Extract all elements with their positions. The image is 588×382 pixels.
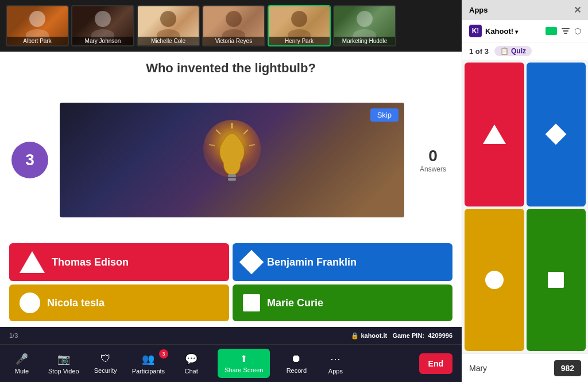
answer-square-green[interactable] — [527, 209, 586, 352]
answers-number: 0 — [416, 147, 450, 165]
toolbar-record-label: Record — [287, 367, 307, 374]
answer-square-red[interactable] — [465, 63, 524, 206]
toolbar-chat[interactable]: 💬 Chat — [179, 353, 204, 375]
video-thumb-michelle[interactable]: Michelle Cole — [137, 5, 200, 46]
video-thumb-victoria[interactable]: Victoria Reyes — [202, 5, 265, 46]
quiz-badge-emoji: 📋 — [500, 47, 509, 55]
video-thumb-mary[interactable]: Mary Johnson — [71, 5, 134, 46]
answers-grid: Thomas Edison Benjamin Franklin Nicola t… — [0, 239, 462, 327]
kahoot-app-icons: ⬡ — [546, 26, 581, 36]
video-name-mary: Mary Johnson — [72, 37, 133, 45]
video-name-michelle: Michelle Cole — [138, 37, 199, 45]
footer-pin-label: Game PIN: — [392, 332, 424, 339]
external-link-icon[interactable]: ⬡ — [574, 26, 581, 36]
answer-button-thomas[interactable]: Thomas Edison — [9, 243, 229, 281]
toolbar-mute-label: Mute — [15, 368, 29, 375]
toolbar-share-screen[interactable]: ⬆ Share Screen — [218, 349, 270, 378]
video-name-victoria: Victoria Reyes — [203, 37, 264, 45]
video-name-albert: Albert Park — [7, 37, 68, 45]
apps-panel-title: Apps — [469, 6, 488, 14]
quiz-badge: 📋 Quiz — [494, 46, 532, 56]
answer-square-yellow[interactable] — [465, 209, 524, 352]
filter-line-3 — [564, 33, 567, 34]
chat-icon: 💬 — [185, 353, 198, 365]
video-thumb-henry[interactable]: Henry Park — [268, 5, 331, 46]
video-thumb-albert[interactable]: Albert Park — [6, 5, 69, 46]
filter-line-1 — [562, 28, 570, 29]
zoom-area: Albert Park Mary Johnson — [0, 0, 462, 382]
triangle-shape-icon — [483, 124, 506, 144]
score-player-name: Mary — [469, 364, 487, 373]
footer-pin: 🔒 kahoot.it Game PIN: 4209996 — [351, 332, 452, 340]
video-name-marketing: Marketing Huddle — [334, 37, 395, 45]
participants-badge: 3 — [159, 349, 168, 358]
participants-icon: 👥 — [142, 353, 154, 365]
answer-squares-grid — [462, 60, 588, 353]
sidebar-header: Apps ✕ — [462, 0, 588, 20]
video-thumb-marketing[interactable]: Marketing Huddle — [333, 5, 396, 46]
lightbulb-svg — [198, 117, 266, 203]
svg-rect-2 — [228, 178, 236, 181]
quiz-counter: 1 of 3 — [469, 47, 489, 56]
toolbar-participants[interactable]: 👥 3 Participants — [132, 353, 165, 375]
answer-text-thomas: Thomas Edison — [52, 256, 129, 268]
record-icon: ⏺ — [291, 353, 301, 365]
close-icon[interactable]: ✕ — [574, 5, 581, 15]
footer-site: kahoot.it — [361, 332, 387, 339]
end-button[interactable]: End — [419, 353, 452, 374]
circle-shape-icon — [485, 271, 504, 289]
question-text: Who invented the lightbulb? — [0, 52, 462, 81]
answer-button-marie[interactable]: Marie Curie — [233, 284, 452, 321]
kahoot-app-name[interactable]: Kahoot! — [485, 27, 518, 36]
skip-button[interactable]: Skip — [370, 108, 399, 122]
camera-icon: 📷 — [57, 353, 70, 365]
toolbar: 🎤 Mute 📷 Stop Video 🛡 Security 👥 3 Parti… — [0, 344, 462, 382]
diamond-icon-benjamin — [239, 250, 264, 274]
toolbar-video-label: Stop Video — [48, 368, 79, 375]
answer-button-benjamin[interactable]: Benjamin Franklin — [233, 243, 452, 281]
filter-line-2 — [563, 30, 568, 32]
quiz-bar: 1 of 3 📋 Quiz — [462, 42, 588, 60]
toolbar-items: 🎤 Mute 📷 Stop Video 🛡 Security 👥 3 Parti… — [9, 349, 348, 378]
toolbar-mute[interactable]: 🎤 Mute — [9, 353, 34, 375]
footer-pin-number: 4209996 — [428, 332, 452, 339]
toolbar-apps-label: Apps — [328, 368, 343, 375]
svg-rect-1 — [228, 174, 236, 177]
answers-counter: 0 Answers — [416, 147, 450, 173]
toolbar-video[interactable]: 📷 Stop Video — [48, 353, 79, 375]
square-icon-marie — [243, 294, 260, 311]
score-bar: Mary 982 — [462, 353, 588, 382]
share-screen-label: Share Screen — [225, 367, 263, 373]
mic-icon: 🎤 — [16, 353, 28, 365]
footer-bar: 1/3 🔒 kahoot.it Game PIN: 4209996 — [0, 327, 462, 344]
answer-button-nicola[interactable]: Nicola tesla — [9, 284, 229, 321]
kahoot-content: Who invented the lightbulb? 3 — [0, 52, 462, 344]
apps-icon: ⋯ — [330, 353, 341, 365]
toolbar-record[interactable]: ⏺ Record — [284, 353, 309, 374]
filter-icon[interactable] — [562, 28, 570, 34]
video-strip: Albert Park Mary Johnson — [0, 0, 462, 52]
toolbar-apps[interactable]: ⋯ Apps — [323, 353, 348, 375]
quiz-badge-label: Quiz — [511, 47, 526, 55]
share-screen-icon: ⬆ — [240, 353, 247, 364]
kahoot-logo-area: K! Kahoot! — [469, 25, 518, 37]
triangle-icon-thomas — [20, 251, 45, 273]
share-screen-button[interactable]: ⬆ Share Screen — [218, 349, 270, 378]
question-body: 3 — [0, 81, 462, 239]
toolbar-security[interactable]: 🛡 Security — [93, 353, 118, 374]
toolbar-participants-label: Participants — [132, 368, 165, 375]
timer-circle: 3 — [11, 142, 48, 178]
square-shape-icon — [548, 272, 564, 288]
filter-icon-inner — [562, 28, 570, 34]
kahoot-app-bar: K! Kahoot! ⬡ — [462, 20, 588, 42]
diamond-shape-icon — [546, 124, 567, 145]
answer-text-benjamin: Benjamin Franklin — [267, 256, 357, 268]
answer-text-nicola: Nicola tesla — [47, 297, 105, 309]
kahoot-k-logo: K! — [469, 25, 482, 37]
toolbar-security-label: Security — [94, 367, 117, 374]
circle-icon-nicola — [20, 293, 40, 313]
answer-square-blue[interactable] — [527, 63, 586, 206]
answer-text-marie: Marie Curie — [267, 297, 323, 309]
timer-value: 3 — [25, 151, 34, 169]
kahoot-sidebar: Apps ✕ K! Kahoot! ⬡ — [462, 0, 588, 382]
